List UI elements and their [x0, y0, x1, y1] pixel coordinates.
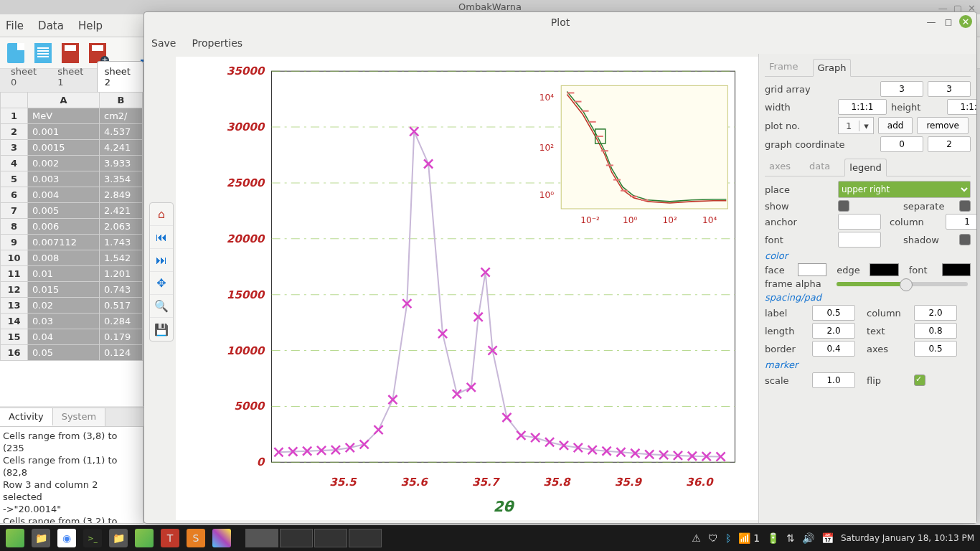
cell[interactable]: cm2/ — [100, 108, 143, 124]
tray-shield-icon[interactable]: 🛡 — [708, 532, 718, 544]
width-input[interactable] — [838, 99, 887, 115]
cell[interactable]: 0.003 — [28, 171, 100, 187]
add-button[interactable]: add — [878, 117, 913, 134]
save-as-icon[interactable] — [89, 43, 106, 63]
tray-volume-icon[interactable]: 🔊 — [802, 532, 814, 544]
cell[interactable]: 2.063 — [100, 219, 143, 235]
cell[interactable]: 0.284 — [100, 314, 143, 329]
tray-network-icon[interactable]: 📶 1 — [738, 532, 760, 544]
anchor-input[interactable] — [838, 214, 881, 230]
taskbar-files-icon[interactable] — [32, 529, 50, 547]
cell[interactable]: 0.004 — [28, 187, 100, 203]
cell[interactable]: 0.006 — [28, 219, 100, 235]
tab-frame[interactable]: Frame — [765, 58, 803, 76]
row-header[interactable]: 9 — [1, 235, 28, 250]
plot-menu-properties[interactable]: Properties — [192, 37, 242, 49]
nav-forward-icon[interactable]: ⏭ — [150, 249, 173, 272]
cell[interactable]: 0.04 — [28, 329, 100, 345]
frame-alpha-slider[interactable] — [837, 282, 968, 286]
row-header[interactable]: 3 — [1, 140, 28, 156]
plot-close-icon[interactable]: ✕ — [959, 15, 972, 28]
gc-col-input[interactable] — [928, 136, 971, 152]
taskbar-plot-icon[interactable] — [212, 529, 231, 547]
cell[interactable]: 3.933 — [100, 156, 143, 171]
cell[interactable]: 0.005 — [28, 203, 100, 219]
row-header[interactable]: 15 — [1, 329, 28, 345]
tab-axes[interactable]: axes — [765, 158, 795, 176]
cell[interactable]: 0.03 — [28, 314, 100, 329]
tray-updates-icon[interactable]: ⇅ — [786, 532, 795, 544]
taskbar-mint-icon[interactable] — [135, 529, 154, 547]
taskbar-browser-icon[interactable] — [57, 529, 76, 547]
axes-pad-input[interactable] — [914, 341, 957, 357]
sheet-tab-2[interactable]: sheet 2 — [97, 61, 143, 92]
start-menu-icon[interactable] — [6, 529, 24, 547]
save-icon[interactable] — [62, 43, 79, 63]
row-header[interactable]: 5 — [1, 171, 28, 187]
plot-menu-save[interactable]: Save — [151, 37, 176, 49]
height-input[interactable] — [947, 99, 976, 115]
cell[interactable]: 0.124 — [100, 345, 143, 361]
tray-warning-icon[interactable]: ⚠ — [692, 532, 701, 544]
cell[interactable]: 0.05 — [28, 345, 100, 361]
plot-window-titlebar[interactable]: Plot — ◻ ✕ — [144, 12, 976, 32]
place-select[interactable]: upper right — [838, 181, 971, 198]
tray-battery-icon[interactable]: 🔋 — [767, 532, 779, 544]
new-file-icon[interactable] — [7, 43, 24, 63]
cell[interactable]: 0.007112 — [28, 235, 100, 250]
row-header[interactable]: 12 — [1, 282, 28, 298]
cell[interactable]: 0.008 — [28, 250, 100, 266]
tab-graph[interactable]: Graph — [813, 59, 852, 77]
row-header[interactable]: 4 — [1, 156, 28, 171]
label-input[interactable] — [812, 305, 855, 321]
column2-input[interactable] — [914, 305, 957, 321]
cell[interactable]: 0.517 — [100, 298, 143, 314]
sheet-tab-1[interactable]: sheet 1 — [50, 61, 96, 92]
text-input[interactable] — [914, 323, 957, 339]
taskbar-terminal-icon[interactable] — [83, 529, 102, 547]
nav-back-icon[interactable]: ⏮ — [150, 226, 173, 249]
flip-checkbox[interactable] — [914, 375, 925, 386]
menu-file[interactable]: File — [6, 19, 24, 32]
tray-calendar-icon[interactable]: 📅 — [821, 532, 834, 544]
column-input[interactable] — [946, 214, 976, 230]
tab-legend[interactable]: legend — [844, 159, 886, 176]
row-header[interactable]: 8 — [1, 219, 28, 235]
nav-save-icon[interactable]: 💾 — [150, 318, 173, 341]
plot-maximize-icon[interactable]: ◻ — [942, 15, 955, 28]
taskbar-folder2-icon[interactable] — [109, 529, 128, 547]
menu-help[interactable]: Help — [78, 19, 103, 32]
cell[interactable]: 1.743 — [100, 235, 143, 250]
tab-system[interactable]: System — [53, 408, 105, 426]
cell[interactable]: 2.421 — [100, 203, 143, 219]
cell[interactable]: 0.02 — [28, 298, 100, 314]
cell[interactable]: 4.537 — [100, 124, 143, 140]
row-header[interactable]: 6 — [1, 187, 28, 203]
row-header[interactable]: 13 — [1, 298, 28, 314]
cell[interactable]: 0.01 — [28, 266, 100, 282]
plot-canvas[interactable]: 05000100001500020000250003000035000 35.5… — [176, 57, 758, 520]
tab-activity[interactable]: Activity — [0, 408, 53, 426]
cell[interactable]: 0.0015 — [28, 140, 100, 156]
workspace-switcher[interactable] — [245, 529, 382, 547]
cell[interactable]: 3.354 — [100, 171, 143, 187]
face-color[interactable] — [798, 263, 826, 276]
edge-color[interactable] — [870, 263, 898, 276]
cell[interactable]: 1.542 — [100, 250, 143, 266]
font-color[interactable] — [942, 263, 971, 276]
row-header[interactable]: 7 — [1, 203, 28, 219]
plot-minimize-icon[interactable]: — — [925, 15, 938, 28]
border-input[interactable] — [812, 341, 855, 357]
length-input[interactable] — [812, 323, 855, 339]
cell[interactable]: 0.001 — [28, 124, 100, 140]
show-checkbox[interactable] — [838, 200, 849, 212]
remove-button[interactable]: remove — [917, 117, 969, 134]
open-file-icon[interactable] — [34, 43, 52, 63]
nav-pan-icon[interactable]: ✥ — [150, 272, 173, 295]
row-header[interactable]: 11 — [1, 266, 28, 282]
gc-row-input[interactable] — [880, 136, 923, 152]
tray-bluetooth-icon[interactable]: ᛒ — [725, 532, 731, 544]
taskbar-clock[interactable]: Saturday January 18, 10:13 PM — [841, 533, 974, 543]
cell[interactable]: MeV — [28, 108, 100, 124]
col-b-header[interactable]: B — [100, 93, 143, 108]
